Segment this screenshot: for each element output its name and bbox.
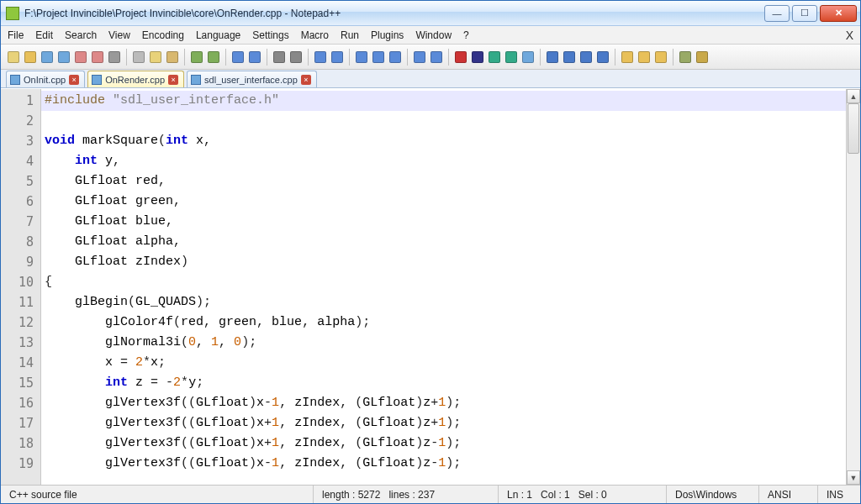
- tab-oninit-cpp[interactable]: OnInit.cpp×: [6, 71, 85, 87]
- menu-window[interactable]: Window: [415, 29, 452, 41]
- undo-icon[interactable]: [189, 50, 204, 65]
- menu-search[interactable]: Search: [65, 29, 97, 41]
- doc3-icon[interactable]: [653, 50, 668, 65]
- abc-icon[interactable]: [695, 50, 710, 65]
- code-line[interactable]: GLfloat red,: [41, 171, 860, 192]
- code-line[interactable]: x = 2*x;: [41, 353, 860, 373]
- copy-icon[interactable]: [148, 50, 163, 65]
- line-number: 17: [1, 413, 40, 433]
- sync-v-icon[interactable]: [313, 50, 328, 65]
- close-all-icon[interactable]: [90, 50, 105, 65]
- code-line[interactable]: GLfloat alpha,: [41, 232, 860, 252]
- spell1-icon[interactable]: [545, 50, 560, 65]
- menu-encoding[interactable]: Encoding: [142, 29, 184, 41]
- wrap-icon[interactable]: [354, 50, 369, 65]
- code-line[interactable]: #include "sdl_user_interface.h": [41, 91, 860, 111]
- titlebar[interactable]: F:\Project Invincible\Project Invincible…: [1, 1, 860, 26]
- new-icon[interactable]: [6, 50, 21, 65]
- tab-close-icon[interactable]: ×: [301, 75, 311, 85]
- maximize-button[interactable]: ☐: [792, 5, 817, 22]
- toolbar-separator: [267, 49, 267, 66]
- menu-macro[interactable]: Macro: [301, 29, 329, 41]
- redo-icon[interactable]: [206, 50, 221, 65]
- menu-view[interactable]: View: [108, 29, 130, 41]
- scroll-down-icon[interactable]: ▼: [847, 470, 860, 485]
- code-line[interactable]: int y,: [41, 151, 860, 171]
- code-line[interactable]: GLfloat blue,: [41, 212, 860, 232]
- toolbar-separator: [184, 49, 185, 66]
- code-area[interactable]: #include "sdl_user_interface.h"void mark…: [41, 89, 860, 485]
- unfold-icon[interactable]: [429, 50, 444, 65]
- menu-plugins[interactable]: Plugins: [371, 29, 404, 41]
- doc2-icon[interactable]: [637, 50, 652, 65]
- app-icon: [6, 7, 19, 20]
- line-number: 19: [1, 454, 40, 474]
- indent-icon[interactable]: [388, 50, 403, 65]
- stop-icon[interactable]: [470, 50, 485, 65]
- scroll-thumb[interactable]: [848, 103, 859, 154]
- save-all-icon[interactable]: [56, 50, 71, 65]
- record-icon[interactable]: [453, 50, 468, 65]
- play-icon[interactable]: [487, 50, 502, 65]
- replace-icon[interactable]: [247, 50, 262, 65]
- close-button[interactable]: ✕: [820, 5, 857, 22]
- tab-close-icon[interactable]: ×: [69, 75, 79, 85]
- fold-icon[interactable]: [412, 50, 427, 65]
- save-macro-icon[interactable]: [520, 50, 536, 65]
- bug-icon[interactable]: [678, 50, 693, 65]
- toolbar-separator: [349, 49, 350, 66]
- toolbar-separator: [615, 49, 615, 66]
- code-line[interactable]: glColor4f(red, green, blue, alpha);: [41, 312, 860, 333]
- menu-file[interactable]: File: [8, 29, 24, 41]
- tab-onrender-cpp[interactable]: OnRender.cpp×: [87, 71, 184, 87]
- sync-h-icon[interactable]: [330, 50, 345, 65]
- spell2-icon[interactable]: [562, 50, 577, 65]
- tab-sdl_user_interface-cpp[interactable]: sdl_user_interface.cpp×: [187, 71, 317, 87]
- paste-icon[interactable]: [165, 50, 180, 65]
- menubar: File Edit Search View Encoding Language …: [1, 26, 860, 45]
- line-number: 6: [1, 192, 40, 212]
- code-line[interactable]: glNormal3i(0, 1, 0);: [41, 333, 860, 353]
- zoom-out-icon[interactable]: [288, 50, 304, 65]
- menu-run[interactable]: Run: [341, 29, 359, 41]
- close-icon[interactable]: [73, 50, 88, 65]
- code-line[interactable]: glVertex3f((GLfloat)x-1, zIndex, (GLfloa…: [41, 393, 860, 413]
- menu-edit[interactable]: Edit: [35, 29, 53, 41]
- code-line[interactable]: int z = -2*y;: [41, 373, 860, 393]
- all-chars-icon[interactable]: [371, 50, 386, 65]
- vertical-scrollbar[interactable]: ▲ ▼: [846, 89, 860, 485]
- window-title: F:\Project Invincible\Project Invincible…: [24, 8, 764, 19]
- print-icon[interactable]: [107, 50, 122, 65]
- close-doc-button[interactable]: X: [846, 29, 853, 42]
- code-line[interactable]: glVertex3f((GLfloat)x+1, zIndex, (GLfloa…: [41, 413, 860, 433]
- menu-help[interactable]: ?: [463, 29, 469, 41]
- tab-close-icon[interactable]: ×: [168, 75, 178, 85]
- code-line[interactable]: glBegin(GL_QUADS);: [41, 292, 860, 312]
- cut-icon[interactable]: [131, 50, 146, 65]
- app-window: F:\Project Invincible\Project Invincible…: [0, 0, 861, 504]
- menu-language[interactable]: Language: [196, 29, 240, 41]
- find-icon[interactable]: [230, 50, 246, 65]
- open-icon[interactable]: [23, 50, 38, 65]
- status-eol: Dos\Windows: [667, 486, 759, 503]
- minimize-button[interactable]: —: [764, 5, 790, 22]
- code-line[interactable]: glVertex3f((GLfloat)x+1, zIndex, (GLfloa…: [41, 433, 860, 454]
- code-line[interactable]: [41, 111, 860, 131]
- code-line[interactable]: GLfloat green,: [41, 192, 860, 212]
- menu-settings[interactable]: Settings: [252, 29, 288, 41]
- code-line[interactable]: GLfloat zIndex): [41, 252, 860, 272]
- status-length-lines: length : 5272 lines : 237: [314, 486, 499, 503]
- spell3-icon[interactable]: [578, 50, 594, 65]
- code-line[interactable]: glVertex3f((GLfloat)x-1, zIndex, (GLfloa…: [41, 454, 860, 474]
- code-line[interactable]: void markSquare(int x,: [41, 131, 860, 151]
- save-icon[interactable]: [40, 50, 55, 65]
- editor: 12345678910111213141516171819 #include "…: [1, 88, 860, 485]
- toolbar: [1, 45, 860, 70]
- doc1-icon[interactable]: [620, 50, 635, 65]
- line-number: 9: [1, 252, 40, 272]
- scroll-up-icon[interactable]: ▲: [847, 89, 860, 103]
- spell4-icon[interactable]: [595, 50, 610, 65]
- code-line[interactable]: {: [41, 272, 860, 292]
- play-multi-icon[interactable]: [504, 50, 519, 65]
- zoom-in-icon[interactable]: [272, 50, 287, 65]
